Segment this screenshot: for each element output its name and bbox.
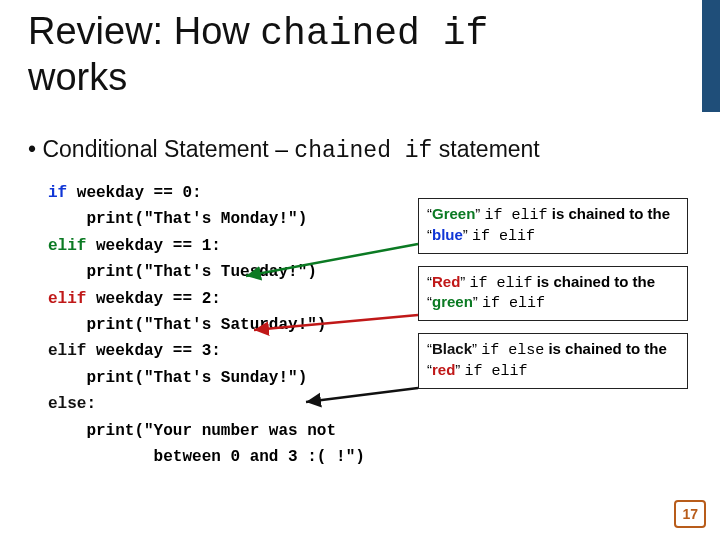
bullet-line: • Conditional Statement – chained if sta… (28, 136, 540, 164)
co3-mono2: if elif (465, 363, 528, 380)
code-kw-elif2: elif (48, 290, 86, 308)
co1-color2: blue (432, 226, 463, 243)
bullet-post: statement (432, 136, 539, 162)
title-pre: Review: How (28, 10, 260, 52)
co2-mono1: if elif (470, 275, 533, 292)
bullet-pre: Conditional Statement (36, 136, 275, 162)
co2-q4: ” (473, 293, 482, 310)
code-l7: weekday == 3: (86, 342, 220, 360)
co2-color1: Red (432, 273, 460, 290)
co1-mono2: if elif (472, 228, 535, 245)
slide: Review: How chained if works • Condition… (0, 0, 720, 540)
code-l4: print("That's Tuesday!") (48, 263, 317, 281)
code-kw-elif3: elif (48, 342, 86, 360)
code-l3: weekday == 1: (86, 237, 220, 255)
co2-mono2: if elif (482, 295, 545, 312)
code-l5: weekday == 2: (86, 290, 220, 308)
co3-color1: Black (432, 340, 472, 357)
code-l10b: between 0 and 3 :( !") (48, 448, 365, 466)
co1-mid: is chained to the (548, 205, 671, 222)
co1-q4: ” (463, 226, 472, 243)
bullet-mono: chained if (294, 138, 432, 164)
bullet-dash: – (275, 136, 294, 162)
code-kw-if: if (48, 184, 67, 202)
code-l1: weekday == 0: (67, 184, 201, 202)
bullet-marker: • (28, 136, 36, 162)
code-l9: : (86, 395, 96, 413)
co1-mono1: if elif (485, 207, 548, 224)
code-l2: print("That's Monday!") (48, 210, 307, 228)
callout-green: “Green” if elif is chained to the “blue”… (418, 198, 688, 254)
code-kw-elif1: elif (48, 237, 86, 255)
callout-red: “Red” if elif is chained to the “green” … (418, 266, 688, 322)
co3-color2: red (432, 361, 455, 378)
co1-q2: ” (475, 205, 484, 222)
co1-color1: Green (432, 205, 475, 222)
co3-q4: ” (455, 361, 464, 378)
title-mono: chained if (260, 12, 488, 55)
co3-mid: is chained to the (544, 340, 667, 357)
code-l6: print("That's Saturday!") (48, 316, 326, 334)
co2-mid: is chained to the (533, 273, 656, 290)
slide-title: Review: How chained if works (28, 10, 488, 99)
co3-q2: ” (472, 340, 481, 357)
accent-bar (702, 0, 720, 112)
code-kw-else: else (48, 395, 86, 413)
callouts: “Green” if elif is chained to the “blue”… (418, 198, 688, 401)
code-l10a: print("Your number was not (48, 422, 336, 440)
code-block: if weekday == 0: print("That's Monday!")… (48, 180, 365, 470)
callout-black: “Black” if else is chained to the “red” … (418, 333, 688, 389)
co3-mono1: if else (481, 342, 544, 359)
code-l8: print("That's Sunday!") (48, 369, 307, 387)
co2-color2: green (432, 293, 473, 310)
page-number: 17 (674, 500, 706, 528)
co2-q2: ” (460, 273, 469, 290)
title-post: works (28, 56, 127, 98)
